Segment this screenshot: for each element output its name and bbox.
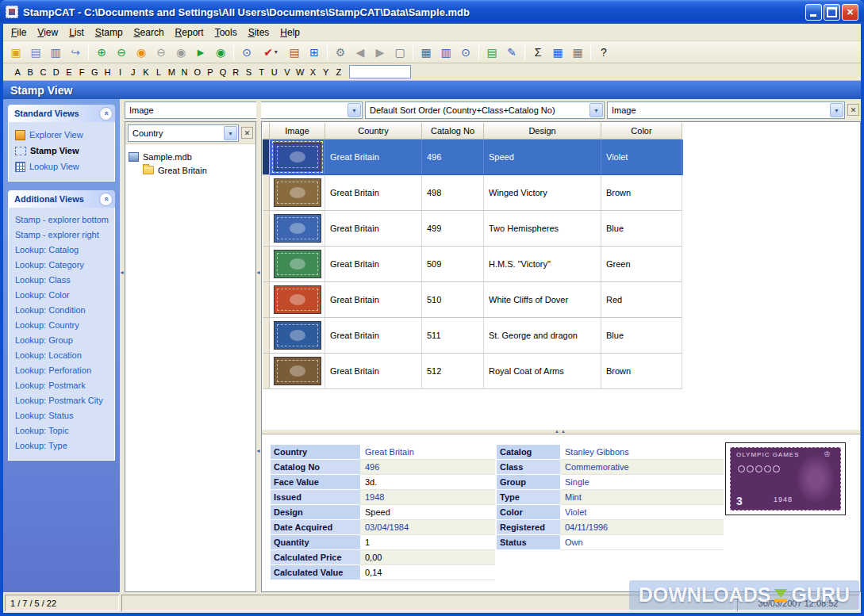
alphabet-letter[interactable]: R <box>229 67 242 77</box>
detail-value[interactable]: 04/11/1996 <box>560 520 724 535</box>
quick-search-input[interactable] <box>349 65 411 78</box>
sidebar-item-lookup-status[interactable]: Lookup: Status <box>15 408 111 423</box>
detail-value[interactable]: Own <box>560 535 724 550</box>
image-combobox[interactable]: Image ▼ <box>607 101 845 119</box>
close-button[interactable] <box>842 4 858 21</box>
cell-country[interactable]: Great Britain <box>325 282 422 318</box>
alphabet-letter[interactable]: T <box>255 67 268 77</box>
alphabet-letter[interactable]: L <box>152 67 165 77</box>
tree-node-database[interactable]: Sample.mdb <box>129 150 252 163</box>
detail-value[interactable]: Single <box>560 475 724 490</box>
sidebar-item-stamp-explorer-right[interactable]: Stamp - explorer right <box>15 228 111 243</box>
tree-node-country[interactable]: Great Britain <box>143 163 252 177</box>
chevron-down-icon[interactable]: ▼ <box>589 103 603 117</box>
alphabet-letter[interactable]: V <box>281 67 294 77</box>
table-row[interactable]: Great Britain 498 Winged Victory Brown <box>263 175 683 211</box>
cell-catalog-no[interactable]: 499 <box>422 211 484 247</box>
refresh-record-icon[interactable]: ◉ <box>171 43 190 61</box>
detail-value[interactable]: 496 <box>360 460 495 475</box>
filter-check-icon[interactable]: ✔ <box>257 43 284 61</box>
alphabet-letter[interactable]: N <box>178 67 190 77</box>
row-selector[interactable] <box>263 354 270 389</box>
sidebar-item-stamp-explorer-bottom[interactable]: Stamp - explorer bottom <box>15 212 111 228</box>
detail-value[interactable]: Commemorative <box>560 460 724 475</box>
last-record-icon[interactable]: ◉ <box>211 43 230 61</box>
detail-value[interactable]: Great Britain <box>360 445 495 460</box>
open-file-icon[interactable]: ▤ <box>26 43 45 61</box>
collapse-left-icon[interactable]: ◄ <box>119 270 125 275</box>
cell-catalog-no[interactable]: 512 <box>422 354 484 389</box>
detail-value[interactable]: 3d. <box>360 475 495 490</box>
cell-color[interactable]: Brown <box>601 175 682 211</box>
cell-catalog-no[interactable]: 498 <box>422 175 484 211</box>
print-stamp-icon[interactable]: ▤ <box>285 43 304 61</box>
menu-file[interactable]: File <box>6 25 32 40</box>
cell-country[interactable]: Great Britain <box>325 247 422 282</box>
cell-country[interactable]: Great Britain <box>325 318 422 354</box>
table-row[interactable]: Great Britain 499 Two Hemispheres Blue <box>263 211 683 247</box>
stamp-image-cell[interactable] <box>270 175 325 211</box>
alphabet-letter[interactable]: Q <box>217 67 229 77</box>
alphabet-letter[interactable]: W <box>294 67 306 77</box>
sidebar-item-explorer-view[interactable]: Explorer View <box>15 127 111 143</box>
cell-catalog-no[interactable]: 510 <box>422 282 484 318</box>
collapse-panel-button[interactable]: « <box>99 107 113 121</box>
table-row[interactable]: Great Britain 510 White Cliffs of Dover … <box>263 282 683 318</box>
sidebar-item-lookup-type[interactable]: Lookup: Type <box>15 438 111 453</box>
menu-sites[interactable]: Sites <box>243 25 275 40</box>
menu-report[interactable]: Report <box>170 25 209 40</box>
alphabet-letter[interactable]: E <box>63 67 75 77</box>
page-icon[interactable]: ▢ <box>390 43 409 61</box>
next-record-icon[interactable]: ► <box>191 43 210 61</box>
stamp-image-cell[interactable] <box>270 354 325 389</box>
alphabet-letter[interactable]: Y <box>320 67 332 77</box>
header-country[interactable]: Country <box>325 123 422 140</box>
back-icon[interactable]: ◀ <box>351 43 370 61</box>
zoom-icon[interactable]: ⊙ <box>456 43 475 61</box>
detail-value[interactable]: 03/04/1984 <box>360 520 495 535</box>
cancel-record-icon[interactable]: ⊖ <box>152 43 171 61</box>
row-selector[interactable] <box>263 175 270 211</box>
close-tree-filter-button[interactable]: ✕ <box>241 127 253 139</box>
alphabet-letter[interactable]: P <box>204 67 217 77</box>
detail-value[interactable]: Speed <box>360 505 495 520</box>
menu-tools[interactable]: Tools <box>209 25 243 40</box>
additional-views-header[interactable]: Additional Views « <box>8 190 115 208</box>
edit-table-icon[interactable]: ✎ <box>502 43 521 61</box>
print-preview-icon[interactable]: ▥ <box>436 43 455 61</box>
view-combobox[interactable]: Image ▼ <box>125 101 363 119</box>
collapse-left-icon[interactable]: ◄ <box>255 448 261 453</box>
table-row[interactable]: Great Britain 509 H.M.S. "Victory" Green <box>263 247 683 282</box>
row-selector[interactable] <box>263 247 270 282</box>
menu-search[interactable]: Search <box>129 25 170 40</box>
menu-list[interactable]: List <box>63 25 90 40</box>
cell-design[interactable]: St. George and dragon <box>484 318 601 354</box>
cell-country[interactable]: Great Britain <box>325 175 422 211</box>
sidebar-item-lookup-topic[interactable]: Lookup: Topic <box>15 423 111 438</box>
header-design[interactable]: Design <box>484 123 601 140</box>
sidebar-item-lookup-color[interactable]: Lookup: Color <box>15 288 111 303</box>
cell-country[interactable]: Great Britain <box>325 140 422 175</box>
help-icon[interactable]: ? <box>594 43 613 61</box>
chevron-down-icon[interactable]: ▼ <box>224 126 237 140</box>
sidebar-item-lookup-postmark-city[interactable]: Lookup: Postmark City <box>15 393 111 408</box>
sidebar-item-lookup-catalog[interactable]: Lookup: Catalog <box>15 243 111 258</box>
alphabet-letter[interactable]: G <box>88 67 101 77</box>
alphabet-letter[interactable]: S <box>242 67 255 77</box>
alphabet-letter[interactable]: O <box>191 67 204 77</box>
row-selector[interactable] <box>263 140 270 175</box>
cell-design[interactable]: Two Hemispheres <box>484 211 601 247</box>
table-row[interactable]: Great Britain 496 Speed Violet <box>263 140 683 175</box>
export-database-icon[interactable]: ↪ <box>66 43 85 61</box>
cell-color[interactable]: Red <box>601 282 682 318</box>
cell-color[interactable]: Green <box>601 247 682 282</box>
row-selector[interactable] <box>263 318 270 354</box>
cell-color[interactable]: Brown <box>601 354 682 389</box>
alphabet-letter[interactable]: C <box>36 67 49 77</box>
card-index-icon[interactable]: ▥ <box>46 43 65 61</box>
close-view-button[interactable]: ✕ <box>847 104 859 116</box>
sidebar-item-lookup-location[interactable]: Lookup: Location <box>15 348 111 363</box>
chevron-down-icon[interactable]: ▼ <box>348 103 361 117</box>
detail-value[interactable]: 1948 <box>360 490 495 505</box>
cell-catalog-no[interactable]: 511 <box>422 318 484 354</box>
